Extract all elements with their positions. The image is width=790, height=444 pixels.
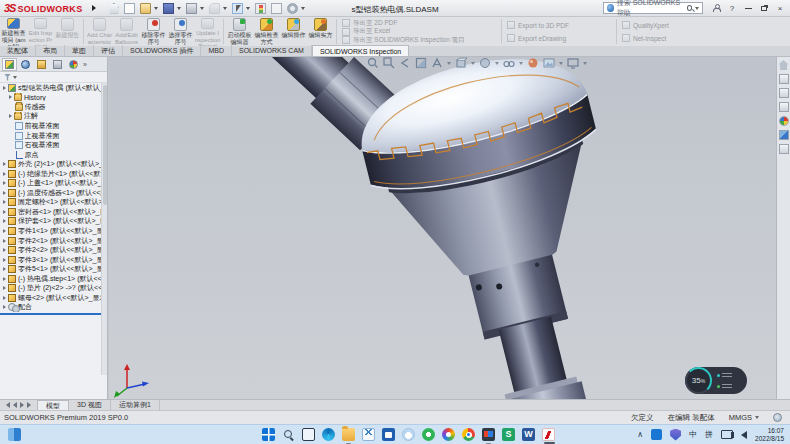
edge-browser-icon[interactable]	[322, 428, 335, 441]
view-palette-icon[interactable]	[779, 116, 789, 126]
open-dropdown-icon[interactable]	[154, 7, 158, 10]
graphics-viewport[interactable]: 35%	[109, 57, 776, 399]
units-dropdown-icon[interactable]	[755, 416, 759, 419]
tray-shield-icon[interactable]	[670, 429, 681, 441]
chrome-icon[interactable]	[462, 428, 475, 441]
tree-item-component[interactable]: (-) 温度传感器<1> (默认<<默认>_	[0, 188, 107, 198]
new-document-icon[interactable]	[124, 3, 135, 14]
tree-item-origin[interactable]: 原点	[0, 150, 107, 160]
solidworks-app-icon[interactable]	[542, 428, 555, 441]
tab-sketch[interactable]: 草图	[65, 45, 94, 56]
rollback-bar[interactable]	[0, 313, 107, 315]
open-icon[interactable]	[140, 3, 151, 14]
edit-actual-button[interactable]: 编辑实方	[307, 17, 334, 46]
expand-icon[interactable]	[3, 286, 6, 290]
menu-flyout-icon[interactable]	[92, 5, 96, 11]
file-explorer-icon[interactable]	[342, 428, 355, 441]
tree-item-component[interactable]: (-) 上盖<1> (默认<<默认>_显示状	[0, 178, 107, 188]
cloud-app-icon[interactable]	[402, 428, 415, 441]
expand-icon[interactable]	[3, 162, 6, 166]
tree-item-history[interactable]: History	[0, 93, 107, 103]
tab-3d-views[interactable]: 3D 视图	[69, 400, 111, 410]
save-icon[interactable]	[163, 3, 174, 14]
print-dropdown-icon[interactable]	[200, 7, 204, 10]
tree-item-component[interactable]: 固定螺栓<1> (默认<<默认>_显示	[0, 198, 107, 208]
w-app-icon[interactable]: W	[522, 428, 535, 441]
expand-icon[interactable]	[3, 181, 6, 185]
tree-item-front-plane[interactable]: 前视基准面	[0, 121, 107, 131]
select-balloons-button[interactable]: 选择零件序号	[167, 17, 194, 46]
tab-feature-manager[interactable]	[2, 58, 17, 71]
hide-show-items-icon[interactable]	[503, 57, 515, 69]
tree-item-top-plane[interactable]: 上视基准面	[0, 131, 107, 141]
expand-icon[interactable]	[3, 305, 6, 309]
login-user-icon[interactable]	[712, 4, 720, 12]
expand-icon[interactable]	[3, 248, 6, 252]
print-icon[interactable]	[186, 3, 197, 14]
tab-model[interactable]: 模型	[37, 400, 69, 410]
close-button[interactable]: ×	[773, 2, 787, 14]
browser-app-icon[interactable]	[442, 428, 455, 441]
s-app-icon[interactable]: S	[502, 428, 515, 441]
options-gear-icon[interactable]	[287, 3, 298, 14]
file-properties-icon[interactable]	[271, 3, 282, 14]
expand-icon[interactable]	[9, 95, 12, 99]
store-app-icon[interactable]	[382, 428, 395, 441]
help-button[interactable]: ?	[725, 2, 739, 14]
tree-item-component[interactable]: 保护套<1> (默认<<默认>_显示状	[0, 217, 107, 227]
widgets-icon[interactable]	[8, 428, 21, 441]
tree-item-component[interactable]: (-) 垫片 (2)<2> ->? (默认<<默认>_	[0, 283, 107, 293]
tab-evaluate[interactable]: 评估	[94, 45, 123, 56]
tree-item-annotations[interactable]: 注解	[0, 112, 107, 122]
tree-scrollbar[interactable]	[101, 83, 107, 375]
remove-balloons-button[interactable]: 移除零件序号	[140, 17, 167, 46]
tab-motion-study[interactable]: 运动算例1	[111, 400, 160, 410]
taskbar-search-icon[interactable]	[282, 428, 295, 441]
expand-icon[interactable]	[9, 114, 12, 118]
section-view-icon[interactable]	[415, 57, 427, 69]
save-dropdown-icon[interactable]	[177, 7, 181, 10]
solidworks-resources-icon[interactable]	[779, 74, 789, 84]
recorder-button-bottom[interactable]	[717, 383, 737, 390]
tab-addins[interactable]: SOLIDWORKS 插件	[123, 45, 201, 56]
search-input[interactable]: 搜索 SOLIDWORKS 帮助	[603, 2, 703, 14]
expand-icon[interactable]	[3, 296, 6, 300]
tab-property-manager[interactable]	[18, 58, 33, 71]
expand-icon[interactable]	[3, 210, 6, 214]
select-tool-icon[interactable]	[232, 3, 243, 14]
scroll-right-icon[interactable]	[20, 402, 24, 408]
expand-icon[interactable]	[3, 267, 6, 271]
tray-blue-app-icon[interactable]	[651, 429, 662, 440]
tab-inspection[interactable]: SOLIDWORKS Inspection	[312, 45, 409, 56]
ime-mode-indicator[interactable]: 拼	[705, 429, 713, 440]
search-icon[interactable]	[687, 5, 692, 11]
tray-speaker-icon[interactable]	[741, 431, 747, 439]
expand-icon[interactable]	[3, 277, 6, 281]
home-icon[interactable]	[779, 60, 789, 70]
hud-dropdown-icon[interactable]	[447, 62, 451, 65]
apply-scene-icon[interactable]	[543, 57, 555, 69]
display-style-icon[interactable]	[479, 57, 491, 69]
status-globe-icon[interactable]	[773, 413, 782, 422]
panel-tabs-overflow-icon[interactable]: »	[82, 61, 88, 68]
hud-dropdown-icon[interactable]	[559, 62, 563, 65]
start-button-icon[interactable]	[262, 428, 275, 441]
tab-display-manager[interactable]	[66, 58, 81, 71]
taskbar-clock[interactable]: 16:07 2022/8/15	[755, 427, 784, 442]
tree-item-component[interactable]: 零件3<1> (默认<<默认>_显示状态	[0, 255, 107, 265]
tab-cam[interactable]: SOLIDWORKS CAM	[232, 45, 312, 56]
expand-icon[interactable]	[3, 172, 6, 176]
tab-assembly[interactable]: 装配体	[0, 45, 36, 56]
tree-item-sensors[interactable]: 传感器	[0, 102, 107, 112]
previous-view-icon[interactable]	[399, 57, 411, 69]
mail-app-icon[interactable]	[362, 428, 375, 441]
tab-dimxpert-manager[interactable]	[50, 58, 65, 71]
tree-item-mates[interactable]: 配合	[0, 303, 107, 313]
tree-root[interactable]: s型铠装热电偶 (默认<默认_显示状态-1	[0, 83, 107, 93]
zoom-to-fit-icon[interactable]	[367, 57, 379, 69]
undo-dropdown-icon[interactable]	[223, 7, 227, 10]
scroll-left-icon[interactable]	[6, 402, 10, 408]
hud-dropdown-icon[interactable]	[519, 62, 523, 65]
minimize-button[interactable]	[741, 2, 755, 14]
expand-icon[interactable]	[3, 239, 6, 243]
